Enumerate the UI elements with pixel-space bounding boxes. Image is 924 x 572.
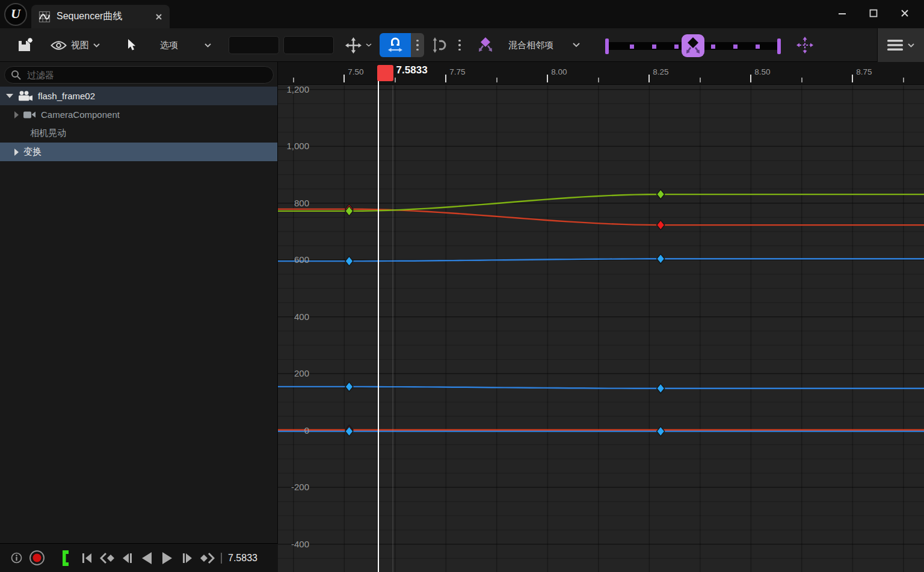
previous-key-button[interactable] <box>97 548 117 568</box>
step-back-icon <box>120 552 134 565</box>
eye-icon <box>51 40 67 51</box>
move-tool-button[interactable] <box>345 28 372 62</box>
ruler-tick-label: 7.50 <box>348 67 363 76</box>
to-front-button[interactable] <box>77 548 97 568</box>
title-bar: U Sequencer曲线 <box>0 0 924 28</box>
select-tool-button[interactable] <box>128 28 138 62</box>
search-icon <box>11 70 21 80</box>
key-time-field-group <box>229 28 334 62</box>
close-icon <box>900 8 910 18</box>
keyframe-diamond[interactable] <box>657 384 665 393</box>
maximize-icon <box>869 8 878 18</box>
playhead-ghost-line <box>392 85 393 572</box>
keyframe-diamond[interactable] <box>345 256 353 266</box>
save-button[interactable] <box>17 28 34 62</box>
record-button[interactable] <box>25 548 48 568</box>
ruler-tick <box>648 75 650 82</box>
ruler-tick-label: 8.00 <box>551 67 567 76</box>
options-menu-button[interactable]: 选项 <box>160 28 211 62</box>
curve-editor-toolbar: 视图 选项 <box>0 28 924 62</box>
expander-right-icon[interactable] <box>14 149 19 156</box>
close-button[interactable] <box>889 3 920 23</box>
tangent-mode-button[interactable] <box>476 28 495 62</box>
info-icon <box>11 552 22 564</box>
filter-search-box[interactable] <box>4 66 274 84</box>
keyframe-diamond[interactable] <box>657 220 665 230</box>
transform-keys-button[interactable] <box>796 28 813 62</box>
ruler-tick <box>903 78 904 82</box>
unreal-sequencer-curve-window: U Sequencer曲线 <box>0 0 924 572</box>
ruler-tick <box>750 75 751 82</box>
chevron-down-icon <box>366 43 372 47</box>
blend-slider[interactable] <box>606 28 780 62</box>
range-start-button[interactable] <box>53 548 77 568</box>
key-time-field[interactable] <box>229 36 279 54</box>
snap-value-magnet-icon <box>431 36 450 54</box>
curve-editor-menu-button[interactable] <box>877 28 924 62</box>
keyframe-diamond[interactable] <box>657 426 665 436</box>
snap-time-toggle-button[interactable] <box>380 33 411 57</box>
keyframe-diamond[interactable] <box>657 189 665 199</box>
ruler-tick <box>801 78 802 82</box>
ruler-tick <box>395 78 396 82</box>
snap-value-button[interactable] <box>431 28 450 62</box>
ruler-tick <box>343 75 345 82</box>
blend-slider-tick <box>756 45 760 49</box>
tab-sequencer-curves[interactable]: Sequencer曲线 <box>31 5 170 28</box>
next-key-button[interactable] <box>197 548 217 568</box>
maximize-button[interactable] <box>858 3 889 23</box>
curve-canvas[interactable] <box>278 62 924 572</box>
expander-down-icon[interactable] <box>6 94 13 98</box>
next-key-icon <box>200 552 215 565</box>
unreal-engine-logo: U <box>4 3 27 26</box>
tree-item-transform[interactable]: 变换 <box>0 143 277 161</box>
to-front-icon <box>81 552 94 565</box>
key-value-field[interactable] <box>283 36 334 54</box>
step-back-button[interactable] <box>117 548 137 568</box>
step-forward-button[interactable] <box>177 548 197 568</box>
cursor-arrow-icon <box>128 39 138 51</box>
previous-key-icon <box>100 552 114 565</box>
tree-item-camera-component[interactable]: CameraComponent <box>0 105 277 124</box>
tree-item-flash-frame02[interactable]: flash_frame02 <box>0 87 277 105</box>
curve-tree: flash_frame02 CameraComponent 相机晃动 变换 <box>0 87 277 161</box>
blend-slider-right-cap <box>777 38 781 54</box>
transport-separator <box>221 553 222 564</box>
curve-graph-area[interactable]: 7.507.758.008.258.508.75 1,2001,00080060… <box>278 62 924 572</box>
ruler-tick <box>293 78 294 82</box>
play-button[interactable] <box>157 548 177 568</box>
blend-slider-thumb[interactable] <box>682 34 704 57</box>
curve-editor-tab-icon <box>38 11 51 23</box>
playhead-line[interactable] <box>378 80 379 572</box>
blend-mode-button[interactable]: 混合相邻项 <box>508 28 580 62</box>
ruler-tick <box>852 75 853 82</box>
record-icon <box>29 550 45 566</box>
window-controls <box>827 3 920 23</box>
tree-item-camera-shake[interactable]: 相机晃动 <box>0 124 277 143</box>
ruler-tick-label: 8.50 <box>754 67 770 76</box>
step-forward-icon <box>181 552 194 565</box>
ruler-tick <box>445 75 446 82</box>
tab-close-icon[interactable] <box>155 13 162 20</box>
ruler-tick <box>496 78 497 82</box>
minimize-icon <box>837 8 847 18</box>
snap-time-dropdown[interactable] <box>411 33 424 57</box>
vertical-dots-icon <box>458 40 461 51</box>
keyframe-diamond[interactable] <box>345 382 353 392</box>
view-menu-button[interactable]: 视图 <box>51 28 100 62</box>
chevron-down-icon <box>573 43 580 48</box>
play-reverse-button[interactable] <box>137 548 157 568</box>
info-button[interactable] <box>7 548 25 568</box>
playhead-marker[interactable] <box>377 65 393 81</box>
tree-item-label: CameraComponent <box>41 109 120 120</box>
tangent-diamond-icon <box>476 35 495 55</box>
ruler-tick-label: 7.75 <box>449 67 465 76</box>
snap-value-dropdown[interactable] <box>458 28 461 62</box>
current-time-display: 7.5833 <box>228 553 257 564</box>
minimize-button[interactable] <box>827 3 858 23</box>
expander-right-icon[interactable] <box>14 111 19 118</box>
time-ruler[interactable]: 7.507.758.008.258.508.75 <box>278 62 924 85</box>
blend-mode-label: 混合相邻项 <box>508 40 553 51</box>
filter-input[interactable] <box>26 69 267 81</box>
keyframe-diamond[interactable] <box>657 254 665 263</box>
